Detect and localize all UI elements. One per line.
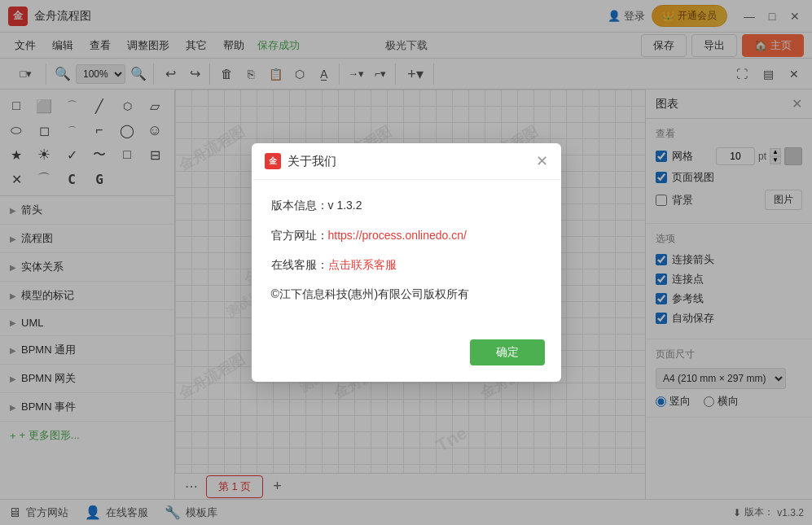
service-link[interactable]: 点击联系客服 <box>328 256 397 273</box>
about-modal: 金 关于我们 ✕ 版本信息：v 1.3.2 官方网址： https://proc… <box>252 143 561 382</box>
service-row: 在线客服： 点击联系客服 <box>271 256 542 273</box>
website-row: 官方网址： https://process.onlinedo.cn/ <box>271 226 542 244</box>
modal-header: 金 关于我们 ✕ <box>252 143 561 180</box>
modal-overlay[interactable]: 金 关于我们 ✕ 版本信息：v 1.3.2 官方网址： https://proc… <box>0 0 812 525</box>
modal-title: 关于我们 <box>287 154 336 169</box>
modal-footer: 确定 <box>252 331 561 382</box>
modal-body: 版本信息：v 1.3.2 官方网址： https://process.onlin… <box>252 180 561 331</box>
service-prefix-text: 在线客服： <box>271 256 328 273</box>
website-prefix-text: 官方网址： <box>271 226 328 244</box>
copyright-text: ©江下信息科技(惠州)有限公司版权所有 <box>271 285 470 303</box>
version-info-text: 版本信息：v 1.3.2 <box>271 196 362 214</box>
modal-close-button[interactable]: ✕ <box>536 154 548 168</box>
modal-logo-icon: 金 <box>269 155 277 167</box>
modal-title-row: 金 关于我们 <box>265 153 336 169</box>
copyright-row: ©江下信息科技(惠州)有限公司版权所有 <box>271 285 542 303</box>
modal-logo: 金 <box>265 153 281 169</box>
website-link[interactable]: https://process.onlinedo.cn/ <box>328 226 467 244</box>
version-row: 版本信息：v 1.3.2 <box>271 196 542 214</box>
modal-ok-button[interactable]: 确定 <box>470 339 545 365</box>
